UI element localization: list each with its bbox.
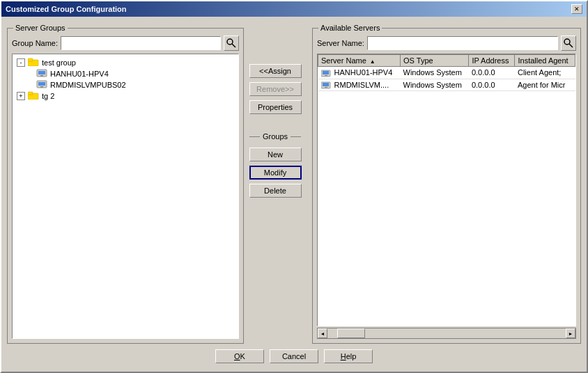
- right-section: Available Servers Server Name:: [312, 22, 581, 344]
- svg-rect-6: [40, 75, 43, 77]
- server-name-label: Server Name:: [317, 39, 364, 47]
- groups-separator: Groups: [249, 132, 301, 141]
- table-row[interactable]: RMDMISLVM.... Windows System 0.0.0.0 Age…: [318, 79, 575, 91]
- groups-label: Groups: [263, 132, 288, 141]
- modify-button[interactable]: Modify: [249, 166, 302, 180]
- svg-rect-15: [323, 71, 329, 74]
- title-bar: Customized Group Configuration ✕: [1, 1, 587, 17]
- svg-point-12: [564, 39, 570, 45]
- cell-agent: Agent for Micr: [515, 79, 575, 91]
- search-icon: [226, 38, 236, 48]
- middle-buttons: <<Assign Remove>> Properties Groups New …: [244, 22, 307, 344]
- dialog-title: Customized Group Configuration: [6, 5, 127, 13]
- dialog-content: Server Groups Group Name:: [1, 17, 587, 372]
- server-name-input[interactable]: [367, 36, 558, 50]
- server-icon: [36, 69, 47, 79]
- tree-item-label: HANHU01-HPV4: [50, 70, 109, 78]
- cell-server-name: RMDMISLVM....: [318, 79, 401, 91]
- sort-arrow: ▲: [370, 58, 376, 65]
- col-server-name[interactable]: Server Name ▲: [318, 55, 401, 67]
- tree-item-label: RMDMISLVMPUBS02: [50, 81, 126, 89]
- row-server-icon: [321, 81, 331, 89]
- remove-button[interactable]: Remove>>: [249, 82, 302, 96]
- delete-button[interactable]: Delete: [249, 184, 302, 198]
- svg-rect-11: [28, 92, 33, 95]
- svg-rect-9: [40, 86, 43, 88]
- properties-button[interactable]: Properties: [249, 100, 302, 114]
- group-name-input[interactable]: [61, 36, 221, 50]
- col-ip-address[interactable]: IP Address: [469, 55, 515, 67]
- cell-ip: 0.0.0.0: [469, 67, 515, 79]
- assign-button[interactable]: <<Assign: [249, 64, 302, 78]
- cell-os-type: Windows System: [401, 67, 469, 79]
- cell-agent: Client Agent;: [515, 67, 575, 79]
- main-area: Server Groups Group Name:: [7, 22, 581, 344]
- dialog-window: Customized Group Configuration ✕ Server …: [0, 0, 588, 373]
- close-button[interactable]: ✕: [571, 4, 582, 14]
- tree-item[interactable]: HANHU01-HPV4: [15, 68, 235, 79]
- separator-right: [291, 136, 301, 137]
- svg-rect-8: [38, 82, 45, 86]
- cell-os-type: Windows System: [401, 79, 469, 91]
- group-name-row: Group Name:: [12, 35, 239, 51]
- server-search-button[interactable]: [561, 35, 576, 51]
- row-server-icon: [321, 70, 331, 77]
- ok-button[interactable]: OK: [215, 349, 264, 363]
- horizontal-scrollbar[interactable]: ◄ ►: [317, 328, 576, 339]
- svg-rect-18: [323, 83, 329, 86]
- table-row[interactable]: HANHU01-HPV4 Windows System 0.0.0.0 Clie…: [318, 67, 575, 79]
- tree-item[interactable]: RMDMISLVMPUBS02: [15, 79, 235, 90]
- group-search-button[interactable]: [224, 35, 239, 51]
- scroll-left-button[interactable]: ◄: [318, 328, 327, 338]
- svg-rect-19: [325, 87, 327, 88]
- cancel-button[interactable]: Cancel: [270, 349, 318, 363]
- search-icon: [564, 38, 573, 48]
- available-servers-legend: Available Servers: [318, 24, 382, 32]
- svg-line-1: [232, 44, 235, 47]
- new-button[interactable]: New: [249, 148, 302, 161]
- svg-point-0: [227, 39, 233, 45]
- svg-rect-16: [325, 75, 327, 76]
- tree-item[interactable]: - test group: [15, 57, 235, 68]
- scroll-thumb[interactable]: [337, 328, 365, 338]
- help-button[interactable]: Help: [324, 349, 373, 363]
- server-groups-panel: Server Groups Group Name:: [7, 28, 244, 344]
- left-section: Server Groups Group Name:: [7, 22, 244, 344]
- group-name-label: Group Name:: [12, 39, 58, 47]
- server-name-row: Server Name:: [317, 35, 576, 51]
- tree-toggle[interactable]: -: [17, 58, 25, 67]
- bottom-buttons: OK Cancel Help: [7, 344, 581, 366]
- server-table-container[interactable]: Server Name ▲ OS Type IP Address Install…: [317, 54, 576, 326]
- cell-server-name: HANHU01-HPV4: [318, 67, 401, 79]
- available-servers-panel: Available Servers Server Name:: [312, 28, 581, 344]
- tree-item[interactable]: + tg 2: [15, 90, 235, 102]
- server-icon: [36, 80, 47, 90]
- col-installed-agent[interactable]: Installed Agent: [515, 55, 575, 67]
- svg-line-13: [569, 44, 573, 47]
- svg-rect-3: [28, 58, 33, 61]
- server-table: Server Name ▲ OS Type IP Address Install…: [318, 54, 575, 91]
- tree-container[interactable]: - test group: [12, 54, 239, 339]
- separator-left: [249, 136, 260, 137]
- cell-ip: 0.0.0.0: [469, 79, 515, 91]
- tree-item-label: test group: [42, 58, 76, 67]
- server-groups-legend: Server Groups: [13, 24, 68, 32]
- tree-toggle[interactable]: +: [17, 92, 25, 100]
- scroll-right-button[interactable]: ►: [566, 328, 575, 338]
- tree-item-label: tg 2: [42, 92, 54, 100]
- folder-icon: [28, 58, 39, 68]
- col-os-type[interactable]: OS Type: [401, 55, 469, 67]
- folder-icon: [28, 91, 39, 101]
- svg-rect-5: [38, 71, 45, 74]
